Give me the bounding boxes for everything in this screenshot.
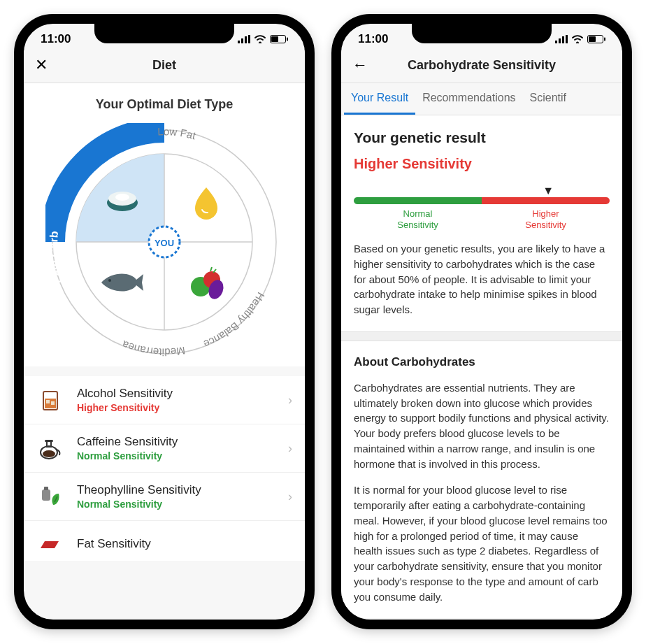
svg-rect-32 (44, 487, 48, 490)
scale-higher-segment (482, 197, 610, 204)
phone-carb-detail: 11:00 ← Carbohydrate Sensitivity Your Re… (331, 14, 632, 629)
svg-text:Healthy Balance: Healthy Balance (202, 290, 267, 350)
status-icons (238, 35, 288, 43)
list-item-sub: Normal Sensitivity (77, 450, 275, 461)
section-divider (341, 331, 622, 341)
result-value: Higher Sensitivity (354, 156, 610, 172)
svg-rect-39 (589, 36, 596, 42)
list-item-alcohol[interactable]: Alcohol Sensitivity Higher Sensitivity › (24, 376, 305, 424)
svg-rect-36 (566, 35, 568, 43)
notch (94, 22, 234, 43)
svg-rect-5 (287, 38, 288, 41)
about-heading: About Carbohydrates (354, 355, 610, 369)
svg-rect-3 (248, 35, 250, 43)
signal-icon (238, 35, 250, 43)
status-time: 11:00 (358, 32, 388, 46)
signal-icon (555, 35, 568, 43)
butter-icon (36, 531, 64, 559)
svg-point-28 (43, 450, 55, 457)
svg-rect-1 (241, 38, 243, 43)
wheel-you-label: YOU (155, 238, 174, 248)
chevron-right-icon: › (288, 489, 292, 504)
bowl-icon (107, 192, 138, 211)
svg-rect-33 (555, 41, 557, 43)
svg-rect-35 (562, 36, 564, 43)
section-heading: Your genetic result (354, 129, 610, 146)
wheel-label-healthy: Healthy Balance (202, 290, 267, 350)
chevron-right-icon: › (288, 441, 292, 456)
list-item-title: Theophylline Sensitivity (77, 483, 275, 497)
chevron-right-icon: › (288, 393, 292, 408)
about-paragraph-1: Carbohydrates are essential nutrients. T… (354, 380, 610, 472)
vegetables-icon (191, 267, 226, 301)
status-time: 11:00 (41, 32, 71, 46)
battery-icon (587, 35, 605, 43)
content-scroll[interactable]: Your genetic result Higher Sensitivity ▼… (341, 115, 622, 629)
tab-bar: Your Result Recommendations Scientif (341, 83, 622, 115)
svg-rect-6 (271, 36, 278, 42)
scale-label-normal: Normal Sensitivity (354, 208, 482, 230)
oil-drop-icon (195, 187, 217, 220)
diet-wheel[interactable]: Low Carb Low Fat Healthy Balance Mediter… (45, 123, 283, 361)
battery-icon (270, 35, 288, 43)
list-item-title: Alcohol Sensitivity (77, 387, 275, 401)
list-item-sub: Higher Sensitivity (77, 402, 275, 413)
sensitivity-list: Alcohol Sensitivity Higher Sensitivity ›… (24, 376, 305, 562)
list-item-sub: Normal Sensitivity (77, 499, 275, 510)
list-item-fat[interactable]: Fat Sensitivity (24, 521, 305, 562)
svg-rect-34 (559, 38, 561, 43)
tab-your-result[interactable]: Your Result (344, 83, 415, 115)
wifi-icon (254, 35, 266, 43)
svg-rect-2 (245, 36, 247, 43)
header: ← Carbohydrate Sensitivity (341, 50, 622, 83)
svg-rect-26 (51, 401, 55, 405)
header: ✕ Diet (24, 50, 305, 83)
tab-recommendations[interactable]: Recommendations (415, 83, 522, 115)
phone-diet: 11:00 ✕ Diet Your Optimal Diet Type (14, 14, 315, 629)
list-item-theophylline[interactable]: Theophylline Sensitivity Normal Sensitiv… (24, 473, 305, 521)
svg-rect-25 (46, 400, 50, 403)
svg-point-19 (108, 279, 111, 282)
hero-title: Your Optimal Diet Type (35, 97, 294, 112)
status-icons (555, 35, 605, 43)
fish-icon (101, 273, 143, 291)
scale-normal-segment (354, 197, 482, 204)
whiskey-glass-icon (36, 386, 64, 414)
result-summary: Based on your genetic results, you are l… (354, 241, 610, 317)
scale-label-higher: Higher Sensitivity (482, 208, 610, 230)
tea-leaf-icon (36, 482, 64, 510)
list-item-title: Fat Sensitivity (77, 537, 292, 551)
diet-hero: Your Optimal Diet Type (24, 83, 305, 366)
svg-rect-0 (238, 41, 240, 43)
sensitivity-scale: ▼ Normal Sensitivity Higher Sensitivity (354, 185, 610, 230)
list-item-title: Caffeine Sensitivity (77, 435, 275, 449)
content-scroll[interactable]: Your Optimal Diet Type (24, 83, 305, 624)
svg-point-18 (115, 194, 129, 201)
page-title: Carbohydrate Sensitivity (369, 58, 594, 73)
close-icon[interactable]: ✕ (35, 56, 52, 74)
svg-rect-38 (604, 38, 605, 41)
coffee-pot-icon (36, 434, 64, 462)
marker-icon: ▼ (543, 185, 554, 197)
svg-rect-31 (42, 489, 50, 501)
svg-rect-30 (45, 440, 53, 442)
tab-scientific[interactable]: Scientif (523, 83, 573, 115)
page-title: Diet (52, 58, 277, 73)
notch (412, 22, 552, 43)
about-paragraph-2: It is normal for your blood glucose leve… (354, 482, 610, 604)
wifi-icon (572, 35, 583, 43)
back-icon[interactable]: ← (352, 56, 369, 74)
list-item-caffeine[interactable]: Caffeine Sensitivity Normal Sensitivity … (24, 424, 305, 473)
